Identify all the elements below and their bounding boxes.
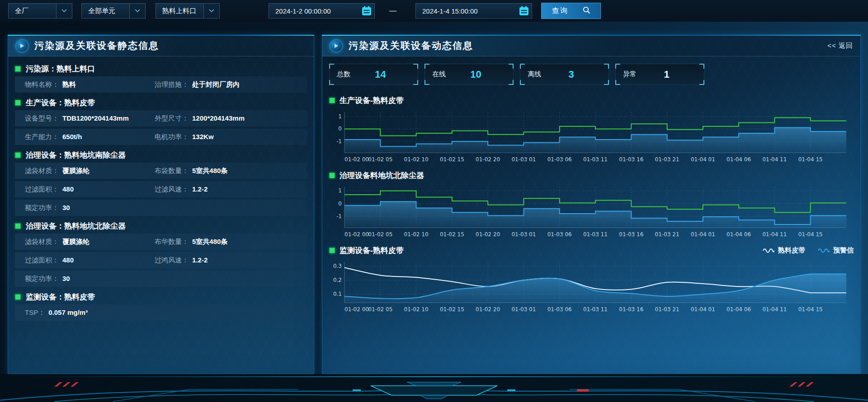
svg-text:01-03 11: 01-03 11 (583, 231, 608, 238)
dynamic-info-header: 污染源及关联设备动态信息 << 返回 (322, 35, 860, 56)
svg-text:01-04 15: 01-04 15 (798, 156, 823, 163)
field-value: 132Kw (192, 133, 214, 140)
stats-row: 总数14在线10离线3异常1 (329, 64, 854, 85)
svg-text:0.3: 0.3 (333, 263, 342, 269)
section-row: 治理设备：熟料地坑南除尘器 (15, 147, 307, 163)
svg-text:01-03 16: 01-03 16 (619, 231, 643, 238)
chevron-down-icon[interactable] (56, 4, 72, 18)
field-label: 治理措施： (155, 80, 189, 89)
dynamic-info-panel: 污染源及关联设备动态信息 << 返回 总数14在线10离线3异常1 生产设备-熟… (322, 35, 861, 374)
field: 过鸿风速：1.2-2 (155, 256, 307, 265)
svg-text:01-03 21: 01-03 21 (655, 156, 679, 163)
date-range-separator: — (389, 7, 396, 15)
chart-block-treatment: 治理设备料地坑北除尘器 10-101-02 0001-02 0501-02 10… (329, 169, 854, 239)
svg-text:01-04 11: 01-04 11 (762, 156, 787, 163)
data-row: 过滤面积：480过滤风速：1.2-2 (15, 181, 307, 197)
field-value: 480 (62, 185, 74, 193)
svg-text:0.2: 0.2 (333, 277, 342, 283)
svg-text:01-03 01: 01-03 01 (511, 156, 536, 163)
section-text: 生产设备：熟料皮带 (26, 98, 95, 108)
section-row: 监测设备：熟料皮带 (15, 289, 307, 304)
unit-select[interactable]: 全部单元 (81, 3, 146, 19)
field-value: 1.2-2 (192, 185, 208, 193)
green-square-icon (329, 98, 335, 103)
chart-title: 生产设备-熟料皮带 (340, 95, 404, 106)
stat-value: 10 (470, 69, 481, 80)
field-value: 5室共480条 (192, 238, 227, 246)
field-label: 滤袋材质： (25, 167, 59, 175)
legend-item-1[interactable]: 预警信 (818, 246, 854, 255)
field: 额定功率：30 (25, 275, 155, 283)
svg-text:01-02 00: 01-02 00 (344, 306, 369, 313)
stat-card-0: 总数14 (329, 64, 418, 85)
chart-legend: 熟料皮带预警信 (763, 246, 854, 255)
field-label: 电机功率： (155, 133, 189, 141)
production-chart: 10-101-02 0001-02 0501-02 1001-02 1501-0… (329, 108, 849, 164)
svg-text:-1: -1 (336, 213, 342, 220)
field-value: 1.2-2 (192, 256, 208, 264)
panel-title: 污染源及关联设备动态信息 (349, 39, 473, 52)
svg-text:01-03 06: 01-03 06 (547, 306, 572, 313)
svg-text:01-02 05: 01-02 05 (368, 306, 392, 313)
data-row: 滤袋材质：覆膜涤纶布华数量：5室共480条 (15, 234, 307, 250)
field-value: 覆膜涤纶 (62, 238, 90, 246)
plant-select[interactable]: 全厂 (8, 3, 72, 19)
chart-title: 监测设备-熟料皮带 (340, 245, 404, 256)
field: 治理措施：处于封闭厂房内 (155, 80, 307, 89)
svg-text:01-02 00: 01-02 00 (344, 231, 369, 238)
dynamic-info-body: 总数14在线10离线3异常1 生产设备-熟料皮带 10-101-02 0001-… (322, 56, 860, 374)
query-button[interactable]: 查询 (541, 3, 601, 19)
stat-label: 异常 (623, 70, 637, 79)
svg-text:01-02 20: 01-02 20 (476, 231, 500, 238)
green-square-icon (329, 248, 335, 253)
data-row: 额定功率：30 (15, 271, 307, 287)
search-icon (583, 6, 590, 16)
date-from-input[interactable]: 2024-1-2 00:00:00 (269, 3, 375, 19)
chevron-down-icon[interactable] (129, 4, 145, 18)
back-link[interactable]: << 返回 (827, 42, 853, 50)
field-value: 覆膜涤纶 (62, 167, 90, 175)
field: 过滤面积：480 (25, 185, 155, 194)
data-row: 滤袋材质：覆膜涤纶布袋数量：5室共480条 (15, 163, 307, 179)
field-label: 过滤面积： (25, 185, 59, 194)
svg-text:01-04 06: 01-04 06 (726, 306, 751, 313)
field: 额定功率：30 (25, 204, 155, 212)
green-square-icon (15, 66, 21, 72)
date-to-value: 2024-1-4 15:00:00 (422, 7, 478, 15)
stat-value: 3 (568, 69, 574, 80)
svg-text:01-04 01: 01-04 01 (691, 306, 715, 313)
calendar-icon[interactable] (359, 6, 374, 16)
field-label: 外型尺寸： (155, 114, 189, 123)
field: 设备型号：TDB1200*204143mm (25, 114, 155, 123)
topbar: 全厂 全部单元 熟料上料口 2024-1-2 00:00:00 — 2024-1… (0, 0, 868, 22)
svg-text:01-02 15: 01-02 15 (440, 306, 464, 313)
field-value: 1200*204143mm (192, 114, 245, 122)
field-value: 熟料 (62, 80, 76, 89)
stat-label: 总数 (337, 70, 350, 79)
svg-text:01-03 16: 01-03 16 (619, 306, 643, 313)
svg-text:01-04 15: 01-04 15 (798, 231, 823, 238)
field-label: 滤袋材质： (25, 238, 59, 246)
calendar-icon[interactable] (516, 6, 532, 16)
unit-select-value: 全部单元 (88, 7, 115, 15)
field-label: 布袋数量： (155, 167, 189, 175)
wave-line-icon (818, 248, 830, 253)
svg-text:01-03 16: 01-03 16 (619, 156, 643, 163)
chart-block-monitor: 监测设备-熟料皮带 熟料皮带预警信 0.30.20.101-02 0001-02… (329, 244, 854, 314)
static-info-header: 污染源及关联设备静态信息 (8, 35, 314, 56)
legend-label: 熟料皮带 (778, 246, 805, 255)
green-square-icon (15, 294, 21, 300)
date-to-input[interactable]: 2024-1-4 15:00:00 (415, 3, 532, 19)
field-value: 480 (62, 256, 74, 264)
svg-text:01-03 01: 01-03 01 (511, 306, 536, 313)
stat-label: 离线 (528, 70, 541, 79)
svg-text:01-02 05: 01-02 05 (368, 156, 392, 163)
field: 滤袋材质：覆膜涤纶 (25, 238, 155, 246)
chevron-down-icon[interactable] (203, 4, 219, 18)
legend-item-0[interactable]: 熟料皮带 (763, 246, 805, 255)
section-row: 生产设备：熟料皮带 (15, 95, 307, 110)
section-text: 治理设备：熟料地坑南除尘器 (26, 150, 126, 160)
field-value: 30 (62, 204, 70, 211)
source-select[interactable]: 熟料上料口 (156, 3, 220, 19)
field: 过滤面积：480 (25, 256, 155, 265)
